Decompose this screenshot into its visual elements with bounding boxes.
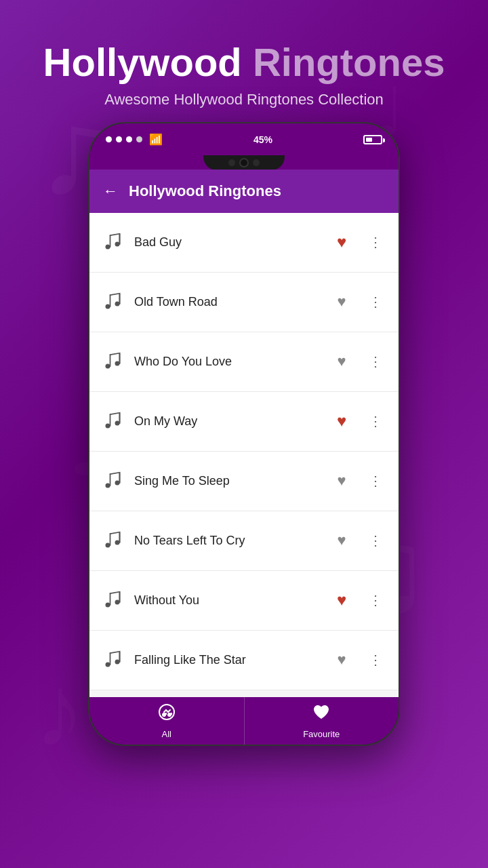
music-note-icon bbox=[100, 588, 125, 612]
heart-filled-icon: ♥ bbox=[337, 412, 346, 431]
music-note-icon bbox=[100, 648, 125, 672]
heart-empty-icon: ♥ bbox=[337, 532, 346, 549]
camera-dot bbox=[253, 159, 260, 166]
music-note-icon bbox=[100, 528, 125, 553]
camera-lens bbox=[239, 158, 249, 167]
battery-fill bbox=[366, 138, 372, 142]
heart-empty-icon: ♥ bbox=[337, 472, 346, 490]
heart-filled-icon: ♥ bbox=[337, 233, 346, 252]
song-list: Bad Guy ♥ ⋮ Old Town Road ♥ ⋮ bbox=[89, 213, 399, 697]
svg-point-19 bbox=[115, 421, 120, 426]
favorite-button[interactable]: ♥ bbox=[329, 528, 354, 553]
wifi-icon: 📶 bbox=[149, 133, 163, 146]
more-options-button[interactable]: ⋮ bbox=[363, 230, 388, 254]
svg-point-34 bbox=[106, 663, 110, 667]
song-item[interactable]: On My Way ♥ ⋮ bbox=[89, 392, 399, 452]
song-item[interactable]: Bad Guy ♥ ⋮ bbox=[89, 213, 399, 273]
svg-point-6 bbox=[106, 245, 110, 250]
title-bold: Hollywood bbox=[43, 40, 242, 84]
nav-favourite[interactable]: Favourite bbox=[245, 697, 399, 745]
song-title: No Tears Left To Cry bbox=[134, 534, 320, 548]
favourite-icon bbox=[312, 703, 331, 726]
favorite-button[interactable]: ♥ bbox=[329, 409, 354, 433]
page-header: Hollywood Ringtones Awesome Hollywood Ri… bbox=[43, 0, 445, 122]
more-options-button[interactable]: ⋮ bbox=[363, 349, 388, 374]
status-left: 📶 bbox=[106, 133, 163, 146]
page-subtitle: Awesome Hollywood Ringtones Collection bbox=[43, 91, 445, 108]
app-title: Hollywood Ringtones bbox=[129, 182, 281, 200]
signal-dot-2 bbox=[116, 136, 122, 142]
back-button[interactable]: ← bbox=[103, 182, 118, 200]
heart-empty-icon: ♥ bbox=[337, 651, 346, 669]
signal-dot-3 bbox=[126, 136, 132, 142]
more-options-button[interactable]: ⋮ bbox=[363, 409, 388, 433]
heart-empty-icon: ♥ bbox=[337, 293, 346, 311]
song-title: Old Town Road bbox=[134, 295, 320, 309]
more-options-button[interactable]: ⋮ bbox=[363, 290, 388, 314]
svg-point-26 bbox=[106, 543, 110, 548]
camera-sensor bbox=[228, 159, 235, 166]
song-title: Without You bbox=[134, 593, 320, 608]
signal-dot-4 bbox=[136, 136, 142, 142]
all-label: All bbox=[162, 729, 171, 739]
svg-point-18 bbox=[106, 424, 110, 429]
heart-empty-icon: ♥ bbox=[337, 353, 346, 370]
song-item[interactable]: No Tears Left To Cry ♥ ⋮ bbox=[89, 511, 399, 571]
svg-point-31 bbox=[115, 600, 120, 605]
title-light: Ringtones bbox=[253, 40, 445, 84]
page-title: Hollywood Ringtones bbox=[43, 41, 445, 84]
song-title: Who Do You Love bbox=[134, 355, 320, 369]
svg-point-7 bbox=[115, 242, 120, 247]
music-note-icon bbox=[100, 409, 125, 433]
battery-icon bbox=[363, 135, 382, 144]
svg-point-27 bbox=[115, 540, 120, 545]
more-options-button[interactable]: ⋮ bbox=[363, 469, 388, 493]
svg-point-30 bbox=[106, 603, 110, 608]
more-options-button[interactable]: ⋮ bbox=[363, 648, 388, 672]
song-item[interactable]: Sing Me To Sleep ♥ ⋮ bbox=[89, 452, 399, 511]
song-title: Sing Me To Sleep bbox=[134, 474, 320, 488]
svg-point-14 bbox=[106, 364, 110, 369]
favorite-button[interactable]: ♥ bbox=[329, 290, 354, 314]
song-item[interactable]: Without You ♥ ⋮ bbox=[89, 571, 399, 631]
camera-notch bbox=[203, 155, 285, 170]
status-right bbox=[363, 135, 382, 144]
svg-point-15 bbox=[115, 361, 120, 366]
nav-all[interactable]: All bbox=[89, 697, 245, 745]
more-options-button[interactable]: ⋮ bbox=[363, 588, 388, 612]
signal-dot-1 bbox=[106, 136, 112, 142]
svg-point-35 bbox=[115, 660, 120, 665]
favorite-button[interactable]: ♥ bbox=[329, 469, 354, 493]
phone-frame: 📶 45% ← Hollywood Ringtones bbox=[88, 122, 400, 746]
svg-point-22 bbox=[106, 484, 110, 488]
all-icon bbox=[157, 703, 176, 726]
bottom-nav: All Favourite bbox=[89, 697, 399, 745]
song-title: Bad Guy bbox=[134, 235, 320, 250]
svg-point-23 bbox=[115, 481, 120, 486]
song-title: On My Way bbox=[134, 414, 320, 429]
camera-area bbox=[89, 156, 399, 170]
music-note-icon bbox=[100, 349, 125, 374]
svg-point-10 bbox=[106, 304, 110, 309]
song-item[interactable]: Old Town Road ♥ ⋮ bbox=[89, 273, 399, 332]
song-item[interactable]: Falling Like The Star ♥ ⋮ bbox=[89, 631, 399, 690]
music-note-icon bbox=[100, 230, 125, 254]
more-options-button[interactable]: ⋮ bbox=[363, 528, 388, 553]
heart-filled-icon: ♥ bbox=[337, 591, 346, 610]
svg-point-11 bbox=[115, 302, 120, 307]
music-note-icon bbox=[100, 290, 125, 314]
app-header: ← Hollywood Ringtones bbox=[89, 170, 399, 213]
favorite-button[interactable]: ♥ bbox=[329, 230, 354, 254]
favourite-label: Favourite bbox=[303, 729, 340, 739]
svg-text:♪: ♪ bbox=[34, 654, 85, 768]
svg-point-38 bbox=[159, 705, 174, 719]
favorite-button[interactable]: ♥ bbox=[329, 648, 354, 672]
song-title: Falling Like The Star bbox=[134, 653, 320, 667]
status-bar: 📶 45% bbox=[89, 123, 399, 156]
favorite-button[interactable]: ♥ bbox=[329, 588, 354, 612]
battery-percent: 45% bbox=[253, 134, 272, 145]
music-note-icon bbox=[100, 469, 125, 493]
favorite-button[interactable]: ♥ bbox=[329, 349, 354, 374]
song-item[interactable]: Who Do You Love ♥ ⋮ bbox=[89, 332, 399, 392]
